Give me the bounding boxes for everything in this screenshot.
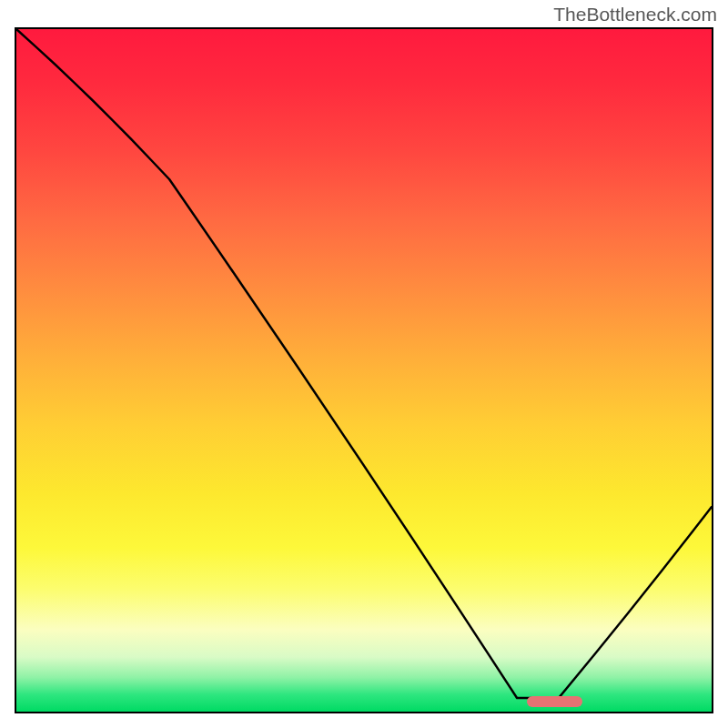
chart-plot-area	[15, 27, 713, 713]
optimal-marker	[527, 696, 582, 707]
chart-curve-svg	[16, 29, 712, 712]
chart-line	[16, 29, 712, 698]
watermark-text: TheBottleneck.com	[553, 4, 717, 25]
